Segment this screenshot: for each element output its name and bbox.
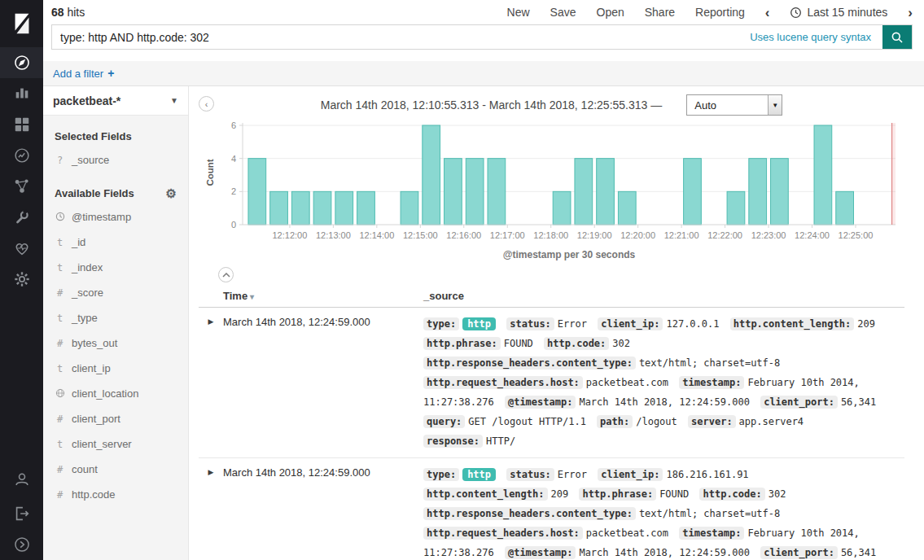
selected-fields-list: ?_source <box>43 147 188 173</box>
histogram-chart[interactable]: 024612:12:0012:13:0012:14:0012:15:0012:1… <box>220 120 902 243</box>
chart-header: ‹ March 14th 2018, 12:10:55.313 - March … <box>199 86 904 120</box>
field-value: packetbeat.com <box>586 377 668 388</box>
clock-icon <box>55 212 65 223</box>
field-value-highlighted: http <box>462 317 496 330</box>
discover-icon[interactable] <box>0 47 43 78</box>
field-item-client_server[interactable]: tclient_server <box>43 431 188 457</box>
field-name: client_server <box>72 438 132 450</box>
lucene-syntax-link[interactable]: Uses lucene query syntax <box>750 31 871 43</box>
field-type-indicator: t <box>55 313 65 323</box>
collapse-sidebar-icon[interactable]: ‹ <box>199 96 214 112</box>
field-key: type: <box>423 317 459 330</box>
column-header-time[interactable]: Time▾ <box>223 290 423 302</box>
menu-share[interactable]: Share <box>645 6 675 19</box>
collapse-chart-icon[interactable] <box>218 267 234 282</box>
expand-caret-icon[interactable]: ▶ <box>199 465 223 560</box>
visualize-icon[interactable] <box>0 78 43 109</box>
field-item-_score[interactable]: #_score <box>43 280 188 305</box>
field-value: March 14th 2018, 12:24:59.000 <box>579 396 750 408</box>
discover-main: ‹ March 14th 2018, 12:10:55.313 - March … <box>189 86 924 560</box>
field-value: text/html; charset=utf-8 <box>639 357 780 369</box>
kibana-app: 68 hits New Save Open Share Reporting ‹ … <box>0 0 924 560</box>
menu-open[interactable]: Open <box>597 6 624 19</box>
management-icon[interactable] <box>0 264 43 295</box>
search-button[interactable] <box>882 25 912 49</box>
field-item-_id[interactable]: t_id <box>43 230 188 255</box>
index-pattern-selector[interactable]: packetbeat-* ▼ <box>43 86 188 116</box>
menu-new[interactable]: New <box>507 6 530 19</box>
menu-save[interactable]: Save <box>550 6 576 19</box>
monitoring-icon[interactable] <box>0 233 43 264</box>
field-item-@timestamp[interactable]: @timestamp <box>43 204 188 230</box>
select-arrow-icon: ▼ <box>768 95 782 115</box>
field-item-client_ip[interactable]: tclient_ip <box>43 356 188 381</box>
table-row[interactable]: ▶March 14th 2018, 12:24:59.000type:http … <box>199 308 904 458</box>
timepicker-button[interactable]: Last 15 minutes <box>790 6 887 19</box>
add-filter-plus-icon[interactable]: + <box>107 67 114 80</box>
field-value: app.server4 <box>739 416 804 427</box>
field-key: timestamp: <box>679 376 744 389</box>
gear-icon[interactable]: ⚙ <box>166 187 177 199</box>
add-filter-link[interactable]: Add a filter <box>53 68 103 80</box>
time-back-icon[interactable]: ‹ <box>765 6 770 20</box>
field-name: @timestamp <box>72 211 131 223</box>
user-icon[interactable] <box>0 464 43 495</box>
field-key: client_port: <box>760 546 838 559</box>
field-value: 56,341 <box>841 396 876 408</box>
field-key: http.response_headers.content_type: <box>423 357 636 370</box>
svg-text:6: 6 <box>231 120 236 130</box>
field-item-count[interactable]: #count <box>43 457 188 482</box>
histogram-zone: Count 024612:12:0012:13:0012:14:0012:15:… <box>199 120 904 249</box>
graph-icon[interactable] <box>0 171 43 202</box>
field-name: _index <box>72 261 103 273</box>
svg-text:12:20:00: 12:20:00 <box>620 230 655 240</box>
chevron-down-icon: ▼ <box>170 96 178 105</box>
left-nav <box>0 0 43 560</box>
field-item-_index[interactable]: t_index <box>43 255 188 280</box>
interval-select[interactable]: Auto ▼ <box>686 94 782 116</box>
svg-text:12:13:00: 12:13:00 <box>316 230 351 240</box>
collapse-nav-icon[interactable] <box>0 529 43 560</box>
field-type-indicator: ? <box>55 155 65 165</box>
field-value: text/html; charset=utf-8 <box>639 508 780 519</box>
field-item-bytes_out[interactable]: #bytes_out <box>43 330 188 356</box>
field-key: status: <box>506 317 554 330</box>
sort-caret-icon: ▾ <box>250 292 254 301</box>
field-value: /logout <box>636 416 677 427</box>
field-value: 209 <box>857 318 875 330</box>
expand-caret-icon[interactable]: ▶ <box>199 314 223 451</box>
field-type-indicator: # <box>55 490 65 500</box>
dashboard-icon[interactable] <box>0 109 43 140</box>
field-item-client_port[interactable]: #client_port <box>43 406 188 431</box>
field-item-client_location[interactable]: client_location <box>43 381 188 406</box>
kibana-logo[interactable] <box>0 0 43 47</box>
timelion-icon[interactable] <box>0 140 43 171</box>
svg-text:12:14:00: 12:14:00 <box>359 230 394 240</box>
y-axis-title: Count <box>205 156 215 189</box>
field-name: count <box>72 463 98 475</box>
field-name: bytes_out <box>72 337 117 349</box>
field-item-_source[interactable]: ?_source <box>43 147 188 173</box>
menu-reporting[interactable]: Reporting <box>695 6 745 19</box>
field-type-indicator: # <box>55 288 65 298</box>
logout-icon[interactable] <box>0 498 43 529</box>
field-item-_type[interactable]: t_type <box>43 305 188 330</box>
search-input[interactable] <box>52 31 750 44</box>
field-value: FOUND <box>504 338 533 349</box>
search-icon <box>891 31 904 44</box>
svg-text:4: 4 <box>231 154 236 164</box>
time-forward-icon[interactable]: › <box>908 6 913 20</box>
dev-tools-icon[interactable] <box>0 202 43 233</box>
table-row[interactable]: ▶March 14th 2018, 12:24:59.000type:http … <box>199 458 904 560</box>
search-bar: Uses lucene query syntax <box>51 24 913 50</box>
svg-text:12:15:00: 12:15:00 <box>403 230 438 240</box>
available-fields-title: Available Fields ⚙ <box>43 173 188 204</box>
table-header: Time▾ _source <box>199 286 904 308</box>
field-key: status: <box>506 468 554 481</box>
field-name: _score <box>72 287 103 299</box>
row-source: type:http status:Error client_ip:186.216… <box>423 465 904 560</box>
fields-panel: packetbeat-* ▼ Selected Fields ?_source … <box>43 86 189 560</box>
field-key: http.code: <box>544 337 609 350</box>
field-item-http.code[interactable]: #http.code <box>43 482 188 507</box>
field-value: 127.0.0.1 <box>666 318 719 330</box>
